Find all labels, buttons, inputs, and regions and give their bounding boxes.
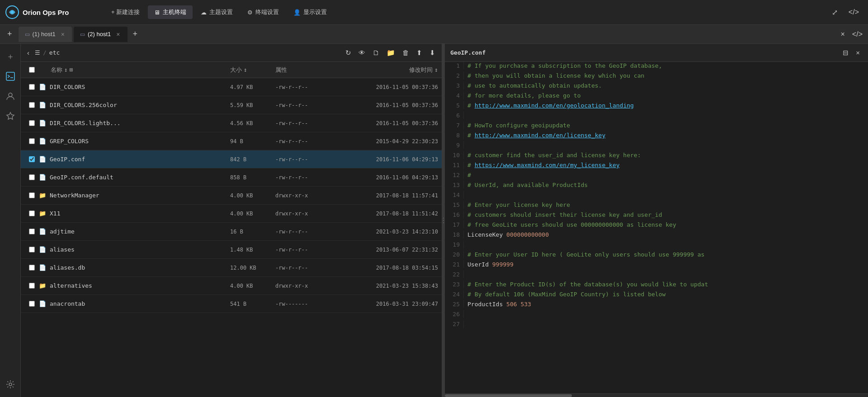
row-checkbox-input[interactable] <box>29 156 35 162</box>
row-checkbox-input[interactable] <box>29 102 35 108</box>
col-header-name[interactable]: 名称 ↕ ⊞ <box>39 66 230 74</box>
file-new-file-button[interactable]: 🗋 <box>370 47 382 58</box>
editor-save-button[interactable]: ⊟ <box>840 47 851 59</box>
row-checkbox-input[interactable] <box>29 265 35 271</box>
col-header-perms[interactable]: 属性 <box>275 66 348 74</box>
sidebar-star[interactable] <box>2 108 19 124</box>
row-checkbox-input[interactable] <box>29 174 35 180</box>
table-row[interactable]: 📁 X11 4.00 KB drwxr-xr-x 2017-08-18 11:5… <box>21 205 442 223</box>
row-checkbox[interactable] <box>24 84 39 90</box>
row-checkbox-input[interactable] <box>29 283 35 289</box>
code-button[interactable]: </> <box>845 6 863 18</box>
file-size: 1.48 KB <box>230 247 275 253</box>
col-header-size[interactable]: 大小 ↕ <box>230 66 275 74</box>
row-checkbox[interactable] <box>24 283 39 289</box>
sidebar-settings[interactable] <box>2 376 19 392</box>
theme-icon-nav: ☁ <box>201 9 207 16</box>
table-row[interactable]: 📄 DIR_COLORS.lightb... 4.56 KB -rw-r--r-… <box>21 114 442 132</box>
line-number: 25 <box>445 300 464 308</box>
table-row[interactable]: 📄 DIR_COLORS 4.97 KB -rw-r--r-- 2016-11-… <box>21 78 442 96</box>
table-row[interactable]: 📄 GREP_COLORS 94 B -rw-r--r-- 2015-04-29… <box>21 132 442 150</box>
editor-close-button[interactable]: × <box>853 47 863 58</box>
table-row[interactable]: 📄 adjtime 16 B -rw-r--r-- 2021-03-23 14:… <box>21 223 442 241</box>
tabs-code-button[interactable]: </> <box>850 28 864 40</box>
tab-close-2[interactable]: × <box>115 31 121 38</box>
row-checkbox[interactable] <box>24 229 39 234</box>
tabs-close-button[interactable]: × <box>839 28 847 40</box>
row-checkbox-input[interactable] <box>29 192 35 198</box>
table-row[interactable]: 📄 DIR_COLORS.256color 5.59 KB -rw-r--r--… <box>21 96 442 114</box>
new-tab-button-left[interactable]: + <box>4 28 16 41</box>
sidebar-terminal[interactable] <box>2 68 19 84</box>
nav-items: + 新建连接 🖥 主机终端 ☁ 主题设置 ⚙ 终端设置 👤 显示设置 <box>105 5 828 19</box>
new-tab-button-right[interactable]: + <box>129 28 142 41</box>
file-back-button[interactable]: ‹ <box>24 47 32 58</box>
row-checkbox[interactable] <box>24 265 39 271</box>
sidebar-add[interactable]: ＋ <box>2 48 19 65</box>
table-row[interactable]: 📄 GeoIP.conf 842 B -rw-r--r-- 2016-11-06… <box>21 150 442 168</box>
nav-display[interactable]: 👤 显示设置 <box>287 5 333 19</box>
terminal-icon-nav: 🖥 <box>154 9 160 16</box>
code-editor[interactable]: 1# If you purchase a subscription to the… <box>445 62 868 393</box>
col-header-time[interactable]: 修改时间 ↕ <box>348 66 438 74</box>
table-row[interactable]: 📁 alternatives 4.00 KB drwxr-xr-x 2021-0… <box>21 277 442 295</box>
line-number: 13 <box>445 181 464 189</box>
row-checkbox[interactable] <box>24 102 39 108</box>
kv-key: ProductIds <box>467 301 506 308</box>
table-row[interactable]: 📄 GeoIP.conf.default 858 B -rw-r--r-- 20… <box>21 168 442 187</box>
line-number: 15 <box>445 201 464 209</box>
tab-host1-2[interactable]: ▭ (2) host1 × <box>74 27 127 42</box>
comment-text: # for more details, please go to <box>467 92 580 99</box>
nav-theme[interactable]: ☁ 主题设置 <box>194 5 239 19</box>
row-checkbox-input[interactable] <box>29 210 35 216</box>
table-row[interactable]: 📄 aliases.db 12.00 KB -rw-r--r-- 2017-08… <box>21 259 442 277</box>
file-time: 2016-11-06 04:29:13 <box>348 156 438 163</box>
row-checkbox-input[interactable] <box>29 120 35 126</box>
nav-terminal[interactable]: 🖥 主机终端 <box>148 5 193 19</box>
tab-host1-1[interactable]: ▭ (1) host1 × <box>19 27 72 42</box>
row-checkbox[interactable] <box>24 156 39 162</box>
table-row[interactable]: 📄 anacrontab 541 B -rw------- 2016-03-31… <box>21 295 442 313</box>
table-row[interactable]: 📁 NetworkManager 4.00 KB drwxr-xr-x 2017… <box>21 187 442 205</box>
line-number: 2 <box>445 72 464 79</box>
nav-terminal-settings[interactable]: ⚙ 终端设置 <box>241 5 285 19</box>
select-all-checkbox[interactable] <box>29 67 35 73</box>
comment-link: https://www.maxmind.com/en/my_license_ke… <box>475 162 620 168</box>
code-line: 17# free GeoLite users should use 000000… <box>445 221 868 231</box>
row-checkbox-input[interactable] <box>29 301 35 307</box>
row-checkbox-input[interactable] <box>29 229 35 234</box>
code-line: 22 <box>445 271 868 280</box>
file-view-button[interactable]: 👁 <box>356 47 368 58</box>
row-checkbox-input[interactable] <box>29 247 35 252</box>
sidebar-user[interactable] <box>2 88 19 104</box>
row-checkbox-input[interactable] <box>29 138 35 144</box>
file-size: 842 B <box>230 156 275 163</box>
line-number: 11 <box>445 161 464 169</box>
file-new-folder-button[interactable]: 📁 <box>384 47 398 59</box>
editor-scrollbar[interactable] <box>445 393 868 397</box>
file-download-button[interactable]: ⬇ <box>427 47 438 59</box>
expand-button[interactable]: ⤢ <box>828 6 841 19</box>
row-checkbox-input[interactable] <box>29 84 35 90</box>
tab-close-1[interactable]: × <box>60 31 66 38</box>
row-checkbox[interactable] <box>24 120 39 126</box>
row-checkbox[interactable] <box>24 247 39 252</box>
row-checkbox[interactable] <box>24 210 39 216</box>
terminal-sidebar-icon <box>6 72 15 81</box>
header-checkbox[interactable] <box>24 67 39 73</box>
row-checkbox[interactable] <box>24 174 39 180</box>
file-time: 2021-03-23 15:38:43 <box>348 283 438 289</box>
file-perms: -rw------- <box>275 301 348 307</box>
file-delete-button[interactable]: 🗑 <box>400 47 412 58</box>
row-checkbox[interactable] <box>24 138 39 144</box>
file-refresh-button[interactable]: ↻ <box>343 47 354 59</box>
line-content: ProductIds 506 533 <box>464 300 535 308</box>
file-upload-button[interactable]: ⬆ <box>414 47 425 59</box>
row-checkbox[interactable] <box>24 301 39 307</box>
file-icon: 📄 <box>39 138 46 145</box>
file-time: 2017-08-18 11:57:41 <box>348 192 438 199</box>
tab-icon-2: ▭ <box>80 31 85 37</box>
row-checkbox[interactable] <box>24 192 39 198</box>
nav-new-connection[interactable]: + 新建连接 <box>105 5 146 19</box>
table-row[interactable]: 📄 aliases 1.48 KB -rw-r--r-- 2013-06-07 … <box>21 241 442 259</box>
